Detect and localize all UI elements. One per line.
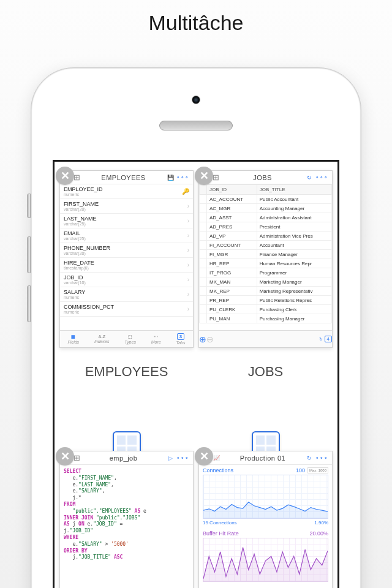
table-row[interactable]: HR_REPHuman Resources Repr	[200, 259, 332, 268]
table-row[interactable]: PR_REPPublic Relations Repres	[200, 296, 332, 305]
close-button[interactable]: ✕	[195, 447, 213, 466]
tab-more[interactable]: ⋯More	[151, 334, 161, 344]
tab-types[interactable]: ⬚Types	[124, 334, 136, 344]
card-header-title: emp_job	[83, 454, 164, 462]
phone-frame: ✕ ▯ EMPLOYEES 💾 ∘∘∘ EMPLOYEE_IDnumeric🔑F…	[31, 67, 361, 588]
column-header[interactable]: JOB_ID	[207, 185, 257, 195]
field-row[interactable]: FIRST_NAMEvarchar(20)›	[60, 199, 193, 214]
table-icon	[74, 453, 80, 462]
more-icon[interactable]: ∘∘∘	[315, 175, 328, 181]
card-label: JOBS	[198, 364, 333, 380]
field-row[interactable]: PHONE_NUMBERvarchar(20)›	[60, 243, 193, 258]
save-icon[interactable]: 💾	[167, 174, 174, 181]
card-jobs[interactable]: ✕ ▯ JOBS ↻ ∘∘∘ JOB_ID JOB_TITLE	[198, 170, 333, 445]
column-header[interactable]: JOB_TITLE	[257, 185, 331, 195]
chart-value: 20.00%	[309, 530, 328, 537]
close-button[interactable]: ✕	[56, 447, 74, 466]
chart-title: Connections	[203, 467, 233, 473]
jobs-table: JOB_ID JOB_TITLE AC_ACCOUNTPublic Accoun…	[199, 184, 332, 323]
close-button[interactable]: ✕	[56, 167, 74, 185]
table-row[interactable]: FI_MGRFinance Manager	[200, 250, 332, 259]
chart-icon: 📈	[213, 454, 220, 462]
chart-footer-right: 1.90%	[314, 520, 328, 526]
table-row[interactable]: FI_ACCOUNTAccountant	[200, 241, 332, 250]
tab-indexes[interactable]: A-ZIndexes	[94, 334, 110, 344]
table-row[interactable]: AD_PRESPresident	[200, 222, 332, 232]
data-toolbar: ⊕ ⊖ ↻ 4	[199, 330, 332, 347]
connections-chart	[203, 475, 328, 519]
table-row[interactable]: AD_ASSTAdministration Assistant	[200, 213, 332, 222]
chart-max-box: Max: 1000	[307, 467, 328, 473]
phone-camera-icon	[192, 96, 200, 104]
refresh-icon[interactable]: ↻	[306, 454, 313, 462]
field-row[interactable]: LAST_NAMEvarchar(25)›	[60, 214, 193, 228]
refresh-icon[interactable]: ↻	[306, 174, 313, 181]
chart-title: Buffer Hit Rate	[203, 530, 239, 537]
table-row[interactable]: PU_MANPurchasing Manager	[200, 314, 332, 323]
table-row[interactable]: IT_PROGProgrammer	[200, 268, 332, 277]
phone-volume-up	[27, 236, 31, 273]
chart-footer-left: 19 Connections	[203, 520, 237, 526]
delete-row-icon[interactable]: ⊖	[206, 336, 214, 343]
chart-ymax: 100	[296, 467, 305, 473]
card-label: EMPLOYEES	[59, 364, 194, 380]
close-button[interactable]: ✕	[195, 167, 213, 185]
run-icon[interactable]: ▷	[167, 454, 174, 462]
tab-count[interactable]: 4	[325, 336, 332, 342]
card-employees[interactable]: ✕ ▯ EMPLOYEES 💾 ∘∘∘ EMPLOYEE_IDnumeric🔑F…	[59, 170, 194, 445]
table-row[interactable]: AD_VPAdministration Vice Pres	[200, 232, 332, 241]
card-header-title: JOBS	[222, 174, 303, 181]
field-row[interactable]: JOB_IDvarchar(10)›	[60, 273, 193, 287]
more-icon[interactable]: ∘∘∘	[176, 455, 189, 461]
phone-volume-down	[27, 285, 31, 322]
table-icon	[213, 173, 219, 182]
table-row[interactable]: MK_REPMarketing Representativ	[200, 287, 332, 296]
card-header-title: EMPLOYEES	[83, 174, 164, 181]
field-row[interactable]: EMPLOYEE_IDnumeric🔑	[60, 184, 193, 199]
table-row[interactable]: MK_MANMarketing Manager	[200, 277, 332, 287]
card-sql[interactable]: ✕ ▯ emp_job ▷ ∘∘∘ SELECT e."FIRST_NAME",…	[59, 451, 194, 588]
schema-toolbar: ▦Fields A-ZIndexes ⬚Types ⋯More 3Tabs	[60, 330, 193, 347]
sql-text[interactable]: SELECT e."FIRST_NAME", e."LAST_NAME", e.…	[60, 465, 193, 565]
more-icon[interactable]: ∘∘∘	[315, 455, 328, 461]
table-row[interactable]: PU_CLERKPurchasing Clerk	[200, 305, 332, 314]
tab-fields[interactable]: ▦Fields	[67, 334, 79, 344]
phone-screen: ✕ ▯ EMPLOYEES 💾 ∘∘∘ EMPLOYEE_IDnumeric🔑F…	[53, 160, 339, 588]
field-row[interactable]: HIRE_DATEtimestamp(6)›	[60, 258, 193, 273]
refresh-icon[interactable]: ↻	[317, 336, 325, 343]
table-icon	[74, 173, 80, 182]
add-row-icon[interactable]: ⊕	[199, 336, 206, 343]
table-row[interactable]: AC_ACCOUNTPublic Accountant	[200, 195, 332, 204]
tab-count[interactable]: 3Tabs	[176, 333, 186, 345]
phone-side-button	[27, 194, 31, 218]
field-row[interactable]: COMMISSION_PCTnumeric›	[60, 302, 193, 317]
field-row[interactable]: SALARYnumeric›	[60, 287, 193, 302]
buffer-chart	[203, 538, 328, 582]
card-header-title: Production 01	[222, 454, 303, 462]
more-icon[interactable]: ∘∘∘	[176, 175, 189, 181]
phone-speaker-icon	[159, 121, 233, 130]
field-row[interactable]: EMAILvarchar(25)›	[60, 228, 193, 243]
page-title: Multitâche	[0, 11, 392, 35]
table-row[interactable]: AC_MGRAccounting Manager	[200, 204, 332, 213]
card-production[interactable]: ✕ ▯ 📈 Production 01 ↻ ∘∘∘ Connections 10…	[198, 451, 333, 588]
